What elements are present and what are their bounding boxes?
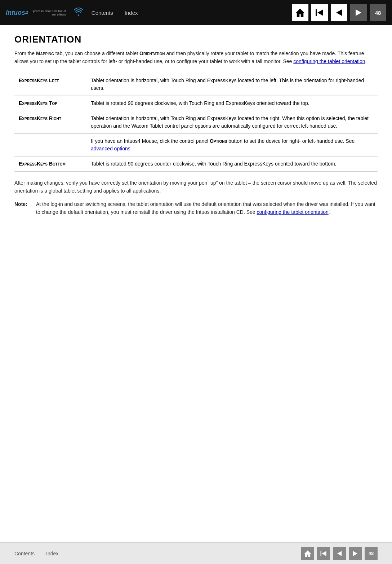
table-term-2: ExpressKeys Top <box>14 96 86 111</box>
table-term-3b <box>14 133 86 156</box>
advanced-options-link[interactable]: advanced options <box>91 146 130 151</box>
svg-marker-7 <box>322 551 326 556</box>
footer-index-link[interactable]: Index <box>46 551 58 556</box>
table-row: ExpressKeys Left Tablet orientation is h… <box>14 73 378 96</box>
next-page-button[interactable] <box>350 4 367 21</box>
table-def-2: Tablet is rotated 90 degrees clockwise, … <box>86 96 378 111</box>
page-number-display: 48 <box>370 4 386 21</box>
brand-subtitle: professional pen tablet <box>33 9 66 13</box>
svg-marker-2 <box>317 9 323 16</box>
table-def-4: Tablet is rotated 90 degrees counter-clo… <box>86 156 378 171</box>
table-term-3: ExpressKeys Right <box>14 111 86 133</box>
content-area: ORIENTATION From the Mapping tab, you ca… <box>0 25 392 564</box>
orientation-table: ExpressKeys Left Tablet orientation is h… <box>14 73 378 172</box>
note-link[interactable]: configuring the tablet orientation <box>257 209 328 215</box>
note-end: . <box>329 209 330 215</box>
intro-link[interactable]: configuring the tablet orientation <box>293 58 365 64</box>
table-row: ExpressKeys Bottom Tablet is rotated 90 … <box>14 156 378 171</box>
first-page-button[interactable] <box>311 4 328 21</box>
svg-rect-6 <box>321 551 321 556</box>
svg-rect-1 <box>316 9 317 16</box>
note-block: Note: At the log-in and user switching s… <box>14 200 378 216</box>
table-term-1: ExpressKeys Left <box>14 73 86 96</box>
svg-marker-0 <box>296 9 304 17</box>
table-row: ExpressKeys Right Tablet orientation is … <box>14 111 378 133</box>
top-navigation-bar: intuos 4 professional pen tablet wireles… <box>0 0 392 25</box>
after-table-text: After making changes, verify you have co… <box>14 179 378 195</box>
brand-name: intuos <box>6 9 25 17</box>
nav-contents-link[interactable]: Contents <box>92 10 113 16</box>
table-row: ExpressKeys Top Tablet is rotated 90 deg… <box>14 96 378 111</box>
top-nav-links: Contents Index <box>92 10 138 16</box>
footer-first-button[interactable] <box>317 547 330 560</box>
bottom-bar-right: 48 <box>301 547 378 560</box>
wifi-icon <box>73 6 84 19</box>
note-body: At the log-in and user switching screens… <box>36 200 378 216</box>
prev-page-button[interactable] <box>331 4 347 21</box>
footer-page-number: 48 <box>365 547 378 560</box>
svg-marker-9 <box>353 551 357 556</box>
footer-prev-button[interactable] <box>333 547 346 560</box>
intro-text-end: . <box>365 58 367 64</box>
bottom-nav-links: Contents Index <box>14 551 58 556</box>
page-title: ORIENTATION <box>14 34 378 45</box>
nav-index-link[interactable]: Index <box>125 10 138 16</box>
table-def-3b: If you have an Intuos4 Mouse, click the … <box>86 133 378 156</box>
svg-marker-5 <box>304 550 311 557</box>
brand-number: 4 <box>25 10 28 16</box>
brand-wireless: wireless <box>33 13 66 16</box>
svg-marker-3 <box>336 9 342 16</box>
bottom-navigation-bar: Contents Index <box>0 542 392 564</box>
svg-marker-8 <box>337 551 342 556</box>
home-button[interactable] <box>292 4 308 21</box>
note-label: Note: <box>14 200 32 216</box>
top-bar-left: intuos 4 professional pen tablet wireles… <box>6 6 138 19</box>
top-bar-right: 48 <box>292 4 386 21</box>
main-content: ORIENTATION From the Mapping tab, you ca… <box>0 25 392 235</box>
footer-contents-link[interactable]: Contents <box>14 551 35 556</box>
footer-next-button[interactable] <box>349 547 362 560</box>
table-def-1: Tablet orientation is horizontal, with T… <box>86 73 378 96</box>
brand-info: professional pen tablet wireless <box>33 9 66 16</box>
intro-paragraph: From the Mapping tab, you can choose a d… <box>14 49 378 66</box>
table-row-note: If you have an Intuos4 Mouse, click the … <box>14 133 378 156</box>
svg-marker-4 <box>356 9 361 16</box>
table-term-4: ExpressKeys Bottom <box>14 156 86 171</box>
brand-logo: intuos 4 <box>6 9 28 17</box>
table-def-3: Tablet orientation is horizontal, with T… <box>86 111 378 133</box>
logo-area: intuos 4 professional pen tablet wireles… <box>6 6 84 19</box>
footer-home-button[interactable] <box>301 547 314 560</box>
